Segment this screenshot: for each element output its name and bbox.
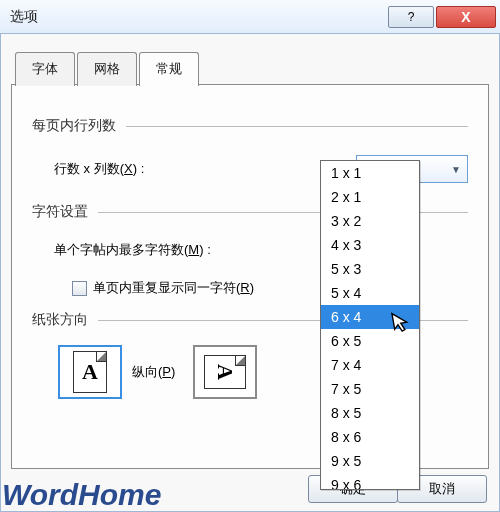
portrait-thumb: A bbox=[58, 345, 122, 399]
watermark: WordHome bbox=[2, 478, 161, 512]
dropdown-option[interactable]: 1 x 1 bbox=[321, 161, 419, 185]
dropdown-option[interactable]: 8 x 5 bbox=[321, 401, 419, 425]
repeat-label: 单页内重复显示同一字符(R) bbox=[93, 279, 254, 297]
dropdown-option[interactable]: 8 x 6 bbox=[321, 425, 419, 449]
group-rows-cols: 每页内行列数 bbox=[32, 117, 468, 135]
group-title: 纸张方向 bbox=[32, 311, 88, 329]
close-button[interactable]: X bbox=[436, 6, 496, 28]
tab-label: 网格 bbox=[94, 61, 120, 76]
repeat-checkbox[interactable] bbox=[72, 281, 87, 296]
orientation-landscape[interactable]: A bbox=[193, 345, 257, 399]
dropdown-option[interactable]: 9 x 5 bbox=[321, 449, 419, 473]
client-area: 字体 网格 常规 每页内行列数 行数 x 列数(X) : 6 x 4 ▼ 字符设… bbox=[0, 34, 500, 512]
rows-cols-label: 行数 x 列数(X) : bbox=[54, 160, 356, 178]
portrait-label: 纵向(P) bbox=[132, 363, 175, 381]
dropdown-option[interactable]: 3 x 2 bbox=[321, 209, 419, 233]
tab-strip: 字体 网格 常规 bbox=[15, 52, 201, 86]
group-title: 字符设置 bbox=[32, 203, 88, 221]
tab-label: 字体 bbox=[32, 61, 58, 76]
dropdown-option[interactable]: 5 x 4 bbox=[321, 281, 419, 305]
orientation-portrait[interactable]: A 纵向(P) bbox=[58, 345, 175, 399]
chevron-down-icon: ▼ bbox=[451, 164, 461, 175]
dropdown-option[interactable]: 2 x 1 bbox=[321, 185, 419, 209]
tab-font[interactable]: 字体 bbox=[15, 52, 75, 86]
dropdown-option[interactable]: 7 x 5 bbox=[321, 377, 419, 401]
tab-general[interactable]: 常规 bbox=[139, 52, 199, 86]
dropdown-option[interactable]: 5 x 3 bbox=[321, 257, 419, 281]
dropdown-option[interactable]: 4 x 3 bbox=[321, 233, 419, 257]
dropdown-option[interactable]: 9 x 6 bbox=[321, 473, 419, 490]
divider bbox=[126, 126, 468, 127]
window-title: 选项 bbox=[10, 8, 386, 26]
tab-label: 常规 bbox=[156, 61, 182, 76]
group-title: 每页内行列数 bbox=[32, 117, 116, 135]
landscape-thumb: A bbox=[193, 345, 257, 399]
help-button[interactable]: ? bbox=[388, 6, 434, 28]
titlebar: 选项 ? X bbox=[0, 0, 500, 34]
tab-grid[interactable]: 网格 bbox=[77, 52, 137, 86]
dropdown-option[interactable]: 7 x 4 bbox=[321, 353, 419, 377]
